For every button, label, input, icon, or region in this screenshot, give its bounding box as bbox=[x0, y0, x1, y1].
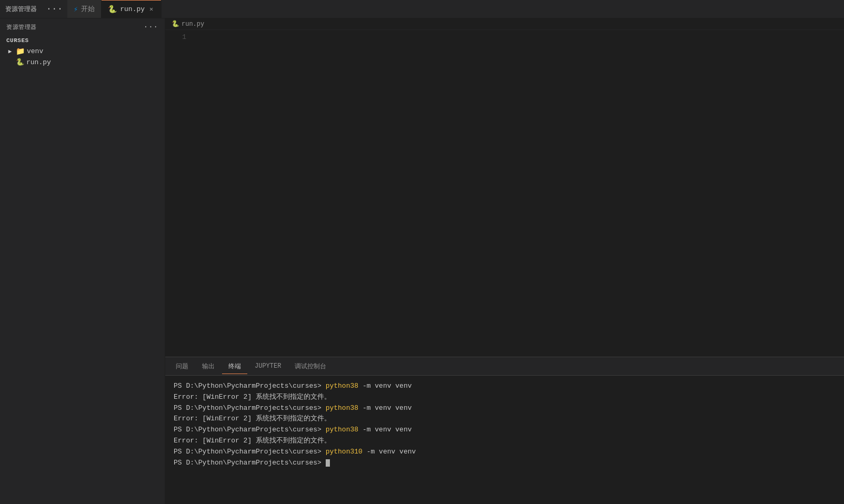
sidebar-venv-label: venv bbox=[27, 47, 43, 55]
tab-jupyter[interactable]: JUPYTER bbox=[248, 359, 287, 373]
sidebar-project-title[interactable]: CURSES bbox=[0, 35, 165, 46]
line-numbers: 1 bbox=[165, 30, 192, 357]
tab-start[interactable]: ⚡ 开始 bbox=[67, 0, 102, 18]
vscode-icon: ⚡ bbox=[74, 5, 78, 14]
explorer-tab[interactable]: 资源管理器 bbox=[0, 0, 42, 18]
python-icon: 🐍 bbox=[108, 5, 117, 14]
sidebar-item-runpy[interactable]: 🐍 run.py bbox=[0, 57, 165, 67]
terminal-line-3: PS D:\Python\PycharmProjects\curses> pyt… bbox=[174, 403, 836, 414]
folder-icon: 📁 bbox=[16, 47, 25, 56]
breadcrumb-filename: run.py bbox=[182, 21, 204, 28]
panel: 问题 输出 终端 JUPYTER 调试控制台 PS D:\Python\Pych… bbox=[165, 357, 844, 504]
line-number-1: 1 bbox=[176, 32, 186, 43]
terminal-line-8: PS D:\Python\PycharmProjects\curses> bbox=[174, 458, 836, 469]
sidebar-more-button[interactable]: ··· bbox=[144, 23, 158, 31]
tab-close-button[interactable]: ✕ bbox=[148, 5, 155, 14]
breadcrumb: 🐍 run.py bbox=[165, 18, 844, 30]
tab-output[interactable]: 输出 bbox=[196, 359, 221, 374]
terminal-line-1: PS D:\Python\PycharmProjects\curses> pyt… bbox=[174, 381, 836, 392]
terminal-line-6: Error: [WinError 2] 系统找不到指定的文件。 bbox=[174, 436, 836, 447]
terminal-line-4: Error: [WinError 2] 系统找不到指定的文件。 bbox=[174, 414, 836, 425]
tab-runpy-label: run.py bbox=[120, 5, 145, 13]
sidebar-runpy-label: run.py bbox=[26, 58, 51, 66]
chevron-right-icon: ▶ bbox=[6, 48, 14, 55]
terminal-line-7: PS D:\Python\PycharmProjects\curses> pyt… bbox=[174, 447, 836, 458]
terminal-line-2: Error: [WinError 2] 系统找不到指定的文件。 bbox=[174, 392, 836, 403]
editor[interactable]: 1 bbox=[165, 30, 844, 357]
editor-area: 🐍 run.py 1 问题 输出 终端 JUPYTER 调试控制台 PS D:\… bbox=[165, 18, 844, 504]
sidebar-header-label: 资源管理器 bbox=[6, 23, 37, 31]
tab-problems[interactable]: 问题 bbox=[169, 359, 195, 374]
python-file-icon: 🐍 bbox=[16, 58, 24, 66]
tab-bar: 资源管理器 ··· ⚡ 开始 🐍 run.py ✕ bbox=[0, 0, 844, 18]
panel-tabs: 问题 输出 终端 JUPYTER 调试控制台 bbox=[165, 357, 844, 376]
tab-debug-console[interactable]: 调试控制台 bbox=[288, 359, 333, 374]
terminal-content[interactable]: PS D:\Python\PycharmProjects\curses> pyt… bbox=[165, 376, 844, 504]
tab-runpy[interactable]: 🐍 run.py ✕ bbox=[102, 0, 162, 18]
tab-start-label: 开始 bbox=[81, 4, 95, 14]
sidebar: 资源管理器 ··· CURSES ▶ 📁 venv 🐍 run.py bbox=[0, 18, 165, 504]
sidebar-header: 资源管理器 ··· bbox=[0, 18, 165, 35]
explorer-label: 资源管理器 bbox=[5, 5, 37, 14]
editor-content[interactable] bbox=[192, 30, 844, 357]
terminal-cursor bbox=[326, 459, 330, 467]
main-layout: 资源管理器 ··· CURSES ▶ 📁 venv 🐍 run.py 🐍 run… bbox=[0, 18, 844, 504]
sidebar-item-venv[interactable]: ▶ 📁 venv bbox=[0, 46, 165, 57]
tab-terminal[interactable]: 终端 bbox=[222, 359, 247, 374]
tab-bar-more-button[interactable]: ··· bbox=[42, 0, 67, 18]
breadcrumb-py-icon: 🐍 bbox=[172, 20, 179, 28]
terminal-line-5: PS D:\Python\PycharmProjects\curses> pyt… bbox=[174, 425, 836, 436]
